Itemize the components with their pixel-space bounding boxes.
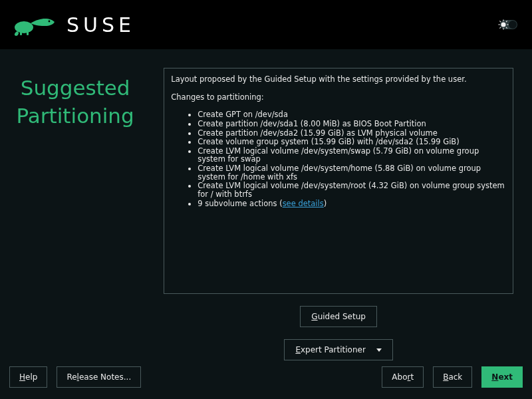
list-item: Create partition /dev/sda2 (15.99 GiB) a… — [198, 129, 506, 138]
side-column: Suggested Partitioning — [0, 68, 150, 364]
panel-actions: Guided Setup Expert Partitioner — [284, 306, 392, 360]
svg-line-12 — [499, 27, 501, 29]
mnemonic: H — [19, 372, 25, 382]
mnemonic: G — [311, 312, 317, 321]
partitioning-panel: Layout proposed by the Guided Setup with… — [164, 68, 513, 294]
list-item: Create LVM logical volume /dev/system/sw… — [198, 147, 506, 164]
list-item: 9 subvolume actions (see details) — [198, 200, 506, 208]
footer-right: Abort Back Next — [382, 366, 523, 388]
list-item: Create volume group system (15.99 GiB) w… — [198, 138, 506, 146]
back-button[interactable]: Back — [433, 366, 472, 388]
subvol-prefix: 9 subvolume actions ( — [198, 199, 282, 208]
toggle-knob — [509, 21, 517, 29]
mnemonic: N — [491, 372, 498, 382]
theme-toggle[interactable] — [500, 20, 517, 29]
content-column: Layout proposed by the Guided Setup with… — [164, 68, 513, 364]
label: Release Notes... — [66, 372, 131, 382]
svg-rect-4 — [27, 31, 29, 35]
list-item: Create LVM logical volume /dev/system/ro… — [198, 182, 506, 198]
label: Abort — [392, 372, 414, 382]
footer-left: Help Release Notes... — [9, 366, 141, 388]
help-button[interactable]: Help — [9, 366, 47, 388]
label-rest: ext — [498, 372, 513, 382]
brand-text: SUSE — [66, 13, 135, 37]
main: Suggested Partitioning Layout proposed b… — [0, 49, 532, 364]
mnemonic: E — [295, 345, 301, 354]
next-button[interactable]: Next — [481, 366, 523, 388]
see-details-link[interactable]: see details — [283, 199, 324, 208]
guided-setup-button[interactable]: Guided Setup — [300, 306, 377, 327]
list-item: Create GPT on /dev/sda — [198, 110, 506, 119]
page-title: Suggested Partitioning — [0, 74, 150, 130]
chevron-down-icon — [376, 348, 382, 352]
label-rest: elp — [25, 372, 37, 382]
sun-icon — [497, 19, 509, 31]
list-item: Create LVM logical volume /dev/system/ho… — [198, 164, 506, 181]
release-notes-button[interactable]: Release Notes... — [57, 366, 141, 388]
svg-point-2 — [49, 21, 51, 23]
svg-line-13 — [506, 21, 507, 22]
header: SUSE — [0, 0, 532, 49]
changes-list: Create GPT on /dev/sda Create partition … — [171, 110, 506, 207]
panel-changes-label: Changes to partitioning: — [171, 93, 506, 102]
label-rest: xpert Partitioner — [301, 345, 366, 354]
logo: SUSE — [12, 13, 135, 37]
abort-button[interactable]: Abort — [382, 366, 424, 388]
expert-partitioner-button[interactable]: Expert Partitioner — [284, 339, 392, 360]
chameleon-icon — [12, 13, 57, 37]
svg-line-11 — [506, 27, 507, 29]
footer: Help Release Notes... Abort Back Next — [0, 364, 532, 399]
subvol-suffix: ) — [324, 199, 327, 208]
svg-rect-3 — [20, 31, 22, 35]
list-item: Create partition /dev/sda1 (8.00 MiB) as… — [198, 120, 506, 128]
svg-line-10 — [499, 21, 501, 22]
svg-point-5 — [501, 23, 505, 27]
label-rest: uided Setup — [318, 312, 366, 321]
label-rest: ack — [448, 372, 462, 382]
panel-intro: Layout proposed by the Guided Setup with… — [171, 75, 506, 84]
